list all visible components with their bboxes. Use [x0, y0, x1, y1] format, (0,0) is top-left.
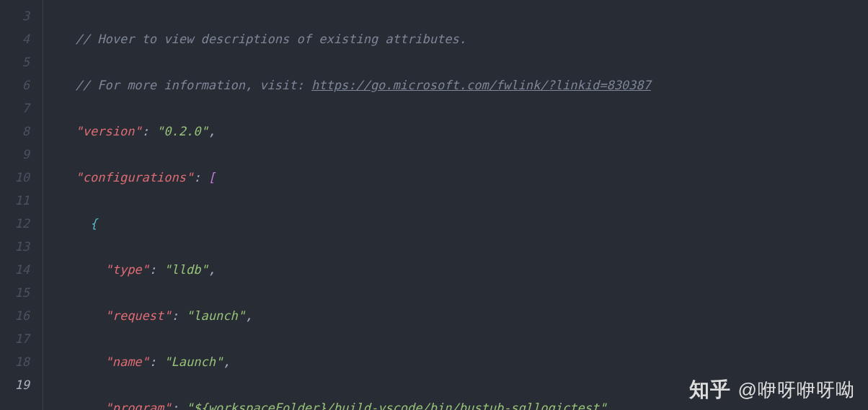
code-line: // Hover to view descriptions of existin… — [61, 27, 868, 50]
json-key: "configurations" — [75, 170, 193, 184]
line-number: 18 — [0, 350, 30, 373]
json-key: "type" — [105, 262, 149, 277]
code-line: "request": "launch", — [61, 304, 868, 327]
comma: , — [245, 308, 252, 323]
json-string: "Launch" — [164, 355, 223, 369]
watermark: 知乎 @咿呀咿呀呦 — [689, 378, 855, 401]
zhihu-logo: 知乎 — [689, 378, 731, 401]
code-line: "configurations": [ — [61, 166, 868, 189]
line-number: 3 — [0, 4, 30, 27]
colon: : — [172, 401, 186, 410]
line-number: 17 — [0, 327, 30, 350]
comma: , — [208, 262, 216, 277]
line-number: 9 — [0, 143, 30, 166]
code-editor[interactable]: 345678910111213141516171819 // Hover to … — [0, 0, 868, 410]
line-number: 14 — [0, 258, 30, 281]
line-number: 13 — [0, 235, 30, 258]
line-number: 12 — [0, 212, 30, 235]
line-number: 10 — [0, 166, 30, 189]
colon: : — [142, 124, 156, 138]
json-key: "name" — [105, 355, 149, 369]
comment-prefix: // For more information, visit: — [75, 78, 311, 92]
doc-link[interactable]: https://go.microsoft.com/fwlink/?linkid=… — [311, 78, 651, 92]
json-key: "program" — [105, 401, 171, 410]
line-number: 16 — [0, 304, 30, 327]
line-number-gutter: 345678910111213141516171819 — [0, 0, 43, 410]
json-key: "version" — [75, 124, 141, 138]
line-number: 5 — [0, 50, 30, 73]
code-line: "version": "0.2.0", — [61, 120, 868, 143]
watermark-author: @咿呀咿呀呦 — [738, 378, 855, 401]
json-string: "${workspaceFolder}/build-vscode/bin/bus… — [186, 401, 606, 410]
colon: : — [149, 355, 164, 369]
comment-text: // Hover to view descriptions of existin… — [75, 32, 466, 46]
line-number: 7 — [0, 97, 30, 120]
line-number: 6 — [0, 73, 30, 97]
comment-text: // For more information, visit: https://… — [75, 78, 650, 92]
code-line: { — [61, 212, 868, 235]
colon: : — [193, 170, 208, 184]
line-number: 15 — [0, 281, 30, 304]
line-number: 11 — [0, 189, 30, 212]
json-key: "request" — [105, 308, 171, 323]
json-string: "lldb" — [164, 262, 208, 277]
comma: , — [223, 355, 230, 369]
code-line: "type": "lldb", — [61, 258, 868, 281]
json-string: "0.2.0" — [156, 124, 208, 138]
line-number: 8 — [0, 120, 30, 143]
open-brace: { — [90, 216, 97, 231]
colon: : — [149, 262, 164, 277]
comma: , — [606, 401, 614, 410]
open-bracket: [ — [208, 170, 216, 184]
code-line: // For more information, visit: https://… — [61, 73, 868, 97]
colon: : — [172, 308, 186, 323]
code-area[interactable]: // Hover to view descriptions of existin… — [43, 0, 868, 410]
code-line: "name": "Launch", — [61, 350, 868, 373]
line-number: 4 — [0, 27, 30, 50]
json-string: "launch" — [186, 308, 245, 323]
line-number: 19 — [0, 373, 30, 396]
comma: , — [208, 124, 216, 138]
